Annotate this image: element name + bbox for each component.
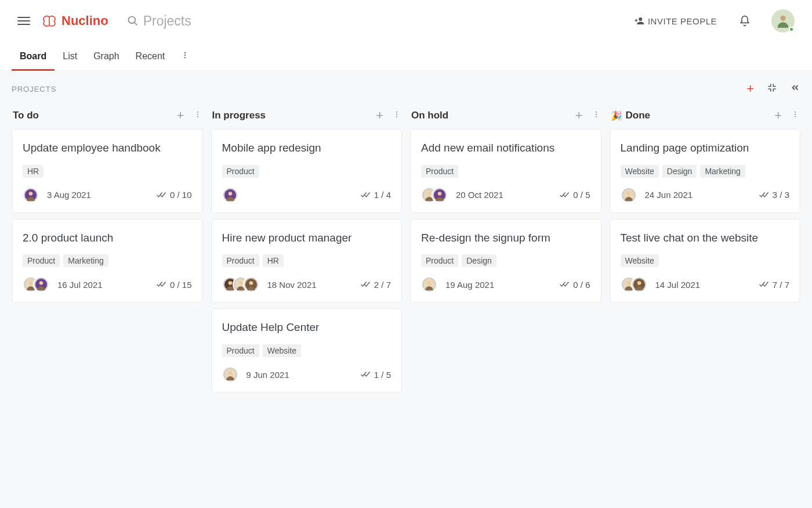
card-title: Mobile app redesign: [222, 141, 392, 156]
svg-point-3: [780, 16, 785, 21]
card-date: 16 Jul 2021: [57, 280, 103, 290]
add-card-button[interactable]: +: [376, 109, 383, 122]
svg-point-35: [438, 192, 442, 196]
chevrons-left-icon: [790, 82, 800, 93]
board-column: In progress + Mobile app redesign Produc…: [211, 106, 403, 398]
card-tags: ProductHR: [222, 254, 392, 267]
card-title: Test live chat on the website: [621, 231, 790, 246]
tab-graph[interactable]: Graph: [93, 42, 119, 70]
view-tabs: Board List Graph Recent: [0, 42, 812, 71]
svg-point-40: [795, 116, 796, 117]
column-more-button[interactable]: [393, 110, 401, 121]
svg-point-0: [128, 17, 135, 24]
svg-point-7: [197, 111, 198, 113]
card-title: 2.0 product launch: [23, 231, 192, 246]
menu-button[interactable]: [17, 15, 30, 27]
card-footer: 18 Nov 2021 2 / 7: [222, 276, 392, 293]
card-assignees: [222, 276, 259, 293]
card-progress: 0 / 5: [559, 190, 590, 200]
user-avatar[interactable]: [771, 9, 795, 33]
svg-point-29: [595, 111, 596, 113]
svg-point-33: [427, 192, 432, 196]
tabs-more-button[interactable]: [181, 51, 189, 62]
svg-point-30: [595, 114, 596, 115]
svg-point-26: [249, 282, 253, 286]
svg-point-38: [795, 111, 796, 113]
assignee-avatar: [621, 187, 637, 203]
add-card-button[interactable]: +: [774, 109, 782, 122]
card-progress: 3 / 3: [759, 190, 789, 200]
collapse-panel-button[interactable]: [790, 82, 800, 95]
card-assignees: [23, 276, 49, 293]
svg-point-9: [197, 116, 198, 117]
brain-icon: [41, 14, 58, 28]
card-date: 20 Oct 2021: [456, 190, 503, 200]
tag: Product: [222, 344, 259, 357]
column-more-button[interactable]: [791, 110, 799, 121]
assignee-avatar: [421, 276, 437, 293]
checklist-icon: [156, 191, 166, 199]
tab-recent[interactable]: Recent: [136, 42, 165, 70]
tab-board[interactable]: Board: [20, 42, 46, 70]
svg-line-1: [134, 23, 137, 26]
brand-logo[interactable]: Nuclino: [41, 13, 108, 28]
column-emoji: 🎉: [611, 110, 622, 121]
collapse-fullscreen-button[interactable]: [767, 82, 777, 95]
checklist-icon: [360, 191, 371, 199]
invite-label: INVITE PEOPLE: [648, 16, 717, 26]
board-card[interactable]: 2.0 product launch ProductMarketing 16 J…: [12, 219, 203, 303]
tag: Product: [421, 254, 458, 267]
tab-list[interactable]: List: [63, 42, 77, 70]
search-input[interactable]: Projects: [127, 13, 191, 29]
board-card[interactable]: Re-design the signup form ProductDesign …: [410, 219, 601, 303]
board-card[interactable]: Update employee handbook HR 3 Aug 2021 0…: [12, 129, 203, 213]
board-card[interactable]: Add new email notifications Product 20 O…: [410, 129, 601, 213]
tag: Marketing: [63, 254, 108, 267]
invite-people-button[interactable]: INVITE PEOPLE: [634, 16, 717, 26]
search-icon: [127, 15, 139, 27]
svg-point-42: [626, 192, 630, 196]
board-card[interactable]: Mobile app redesign Product 1 / 4: [211, 129, 403, 213]
more-vertical-icon: [194, 110, 202, 118]
assignee-avatar: [631, 276, 647, 293]
tag: Design: [462, 254, 496, 267]
more-vertical-icon: [393, 110, 401, 118]
notifications-icon[interactable]: [739, 15, 751, 27]
add-column-button[interactable]: +: [746, 81, 754, 96]
card-date: 24 Jun 2021: [645, 190, 693, 200]
board-header: PROJECTS +: [12, 81, 800, 96]
more-vertical-icon: [592, 110, 600, 118]
board-area: PROJECTS + To do +: [0, 71, 812, 508]
card-assignees: [222, 366, 238, 383]
assignee-avatar: [222, 187, 238, 203]
column-more-button[interactable]: [194, 110, 202, 121]
svg-point-6: [184, 56, 186, 57]
svg-point-44: [626, 282, 630, 286]
svg-point-4: [184, 52, 186, 53]
board-card[interactable]: Test live chat on the website Website 14…: [610, 219, 801, 303]
card-date: 14 Jul 2021: [655, 280, 701, 290]
column-more-button[interactable]: [592, 110, 600, 121]
svg-point-20: [228, 192, 232, 196]
card-tags: ProductMarketing: [23, 254, 192, 267]
board-card[interactable]: Landing page optimization WebsiteDesignM…: [610, 129, 801, 213]
svg-point-8: [197, 114, 198, 115]
tag: Website: [263, 344, 301, 357]
board-card[interactable]: Hire new product manager ProductHR 18 No…: [211, 219, 403, 303]
column-title: To do: [13, 110, 39, 121]
tag: Website: [621, 165, 659, 178]
card-progress: 7 / 7: [759, 280, 789, 290]
card-tags: WebsiteDesignMarketing: [621, 165, 790, 178]
column-header: In progress +: [211, 106, 403, 129]
card-date: 19 Aug 2021: [445, 280, 494, 290]
column-title: In progress: [212, 110, 266, 121]
card-footer: 19 Aug 2021 0 / 6: [421, 276, 590, 293]
add-card-button[interactable]: +: [177, 109, 184, 122]
svg-point-18: [396, 116, 397, 117]
card-footer: 20 Oct 2021 0 / 5: [421, 187, 590, 203]
add-card-button[interactable]: +: [575, 109, 583, 122]
column-title: On hold: [411, 110, 448, 121]
tag: HR: [23, 165, 44, 178]
tag: HR: [263, 254, 284, 267]
board-card[interactable]: Update Help Center ProductWebsite 9 Jun …: [211, 308, 403, 392]
